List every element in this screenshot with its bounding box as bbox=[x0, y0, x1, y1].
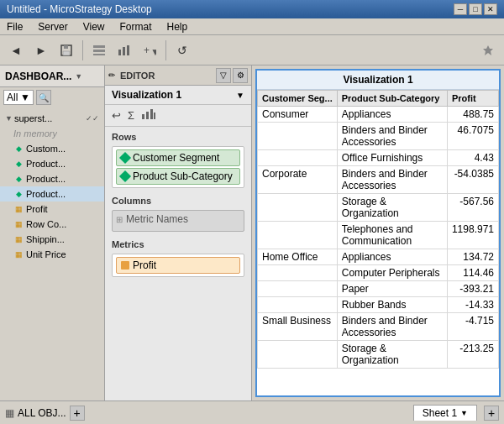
product-cell: Computer Peripherals bbox=[337, 265, 447, 281]
status-label: ALL OBJ... bbox=[18, 407, 66, 419]
profit-cell: 46.7075 bbox=[447, 123, 498, 150]
columns-drop-zone[interactable]: ⊞ Metric Names bbox=[112, 210, 244, 232]
search-filter-label: All bbox=[7, 92, 18, 103]
table-row: Small Business Binders and Binder Access… bbox=[258, 313, 499, 341]
profit-cell: -213.25 bbox=[447, 341, 498, 369]
rows-section-label: Rows bbox=[105, 127, 251, 144]
product-sub-category-chip[interactable]: Product Sub-Category bbox=[116, 168, 240, 185]
product-cell: Office Furnishings bbox=[337, 150, 447, 166]
chart-button[interactable] bbox=[113, 39, 135, 61]
pin-button[interactable] bbox=[477, 39, 499, 61]
chip-diamond-icon-2 bbox=[119, 170, 131, 182]
tree-item-product3[interactable]: ◆ Product... bbox=[0, 186, 104, 202]
tree-item-product1[interactable]: ◆ Product... bbox=[0, 156, 104, 171]
tree-section: ▼ superst... ✓✓ In memory ◆ Custom... ◆ … bbox=[0, 107, 104, 265]
segment-cell bbox=[258, 341, 338, 369]
profit-cell: -54.0385 bbox=[447, 166, 498, 194]
tree-item-label-rowco: Row Co... bbox=[26, 219, 66, 229]
toolbar-separator-1 bbox=[82, 40, 83, 60]
segment-cell: Corporate bbox=[258, 166, 338, 194]
search-button[interactable]: 🔍 bbox=[36, 90, 51, 105]
editor-tab-label[interactable]: EDITOR bbox=[120, 71, 155, 81]
editor-settings-button[interactable]: ⚙ bbox=[233, 68, 248, 83]
minimize-button[interactable]: ─ bbox=[454, 3, 467, 15]
tree-item-shippin[interactable]: ▦ Shippin... bbox=[0, 232, 104, 247]
tree-root-check: ✓✓ bbox=[86, 114, 99, 123]
status-bar: ▦ ALL OBJ... + Sheet 1 ▼ + bbox=[0, 400, 504, 424]
segment-cell bbox=[258, 281, 338, 297]
svg-rect-15 bbox=[154, 113, 155, 119]
title-bar: Untitled - MicroStrategy Desktop ─ □ ✕ bbox=[0, 0, 504, 18]
dropdown-arrow-icon: ▼ bbox=[20, 92, 30, 103]
profit-chip[interactable]: Profit bbox=[116, 257, 240, 274]
maximize-button[interactable]: □ bbox=[469, 3, 482, 15]
product-cell: Rubber Bands bbox=[337, 297, 447, 313]
sigma-button[interactable]: Σ bbox=[128, 109, 134, 122]
tree-item-customer[interactable]: ◆ Custom... bbox=[0, 141, 104, 156]
editor-pencil-icon: ✏ bbox=[108, 71, 115, 80]
metrics-section-label: Metrics bbox=[105, 234, 251, 251]
profit-cell: 114.46 bbox=[447, 265, 498, 281]
svg-rect-5 bbox=[93, 54, 105, 55]
undo-button[interactable]: ↩ bbox=[112, 109, 121, 122]
panel-collapse-arrow[interactable]: ▼ bbox=[75, 72, 82, 81]
add-object-button[interactable]: + bbox=[70, 406, 85, 421]
svg-rect-12 bbox=[142, 114, 144, 119]
svg-rect-7 bbox=[118, 50, 121, 55]
table-row: Corporate Binders and Binder Accessories… bbox=[258, 166, 499, 194]
svg-rect-2 bbox=[63, 51, 70, 55]
viz-dropdown-arrow[interactable]: ▼ bbox=[236, 91, 244, 100]
tree-item-label-product2: Product... bbox=[26, 174, 66, 184]
panel-header: DASHBOAR... ▼ bbox=[0, 65, 104, 87]
svg-rect-4 bbox=[93, 50, 105, 52]
editor-filter-button[interactable]: ▽ bbox=[216, 68, 231, 83]
refresh-button[interactable]: ↺ bbox=[171, 39, 193, 61]
customer-segment-chip[interactable]: Customer Segment bbox=[116, 149, 240, 166]
chip-label-profit: Profit bbox=[133, 259, 156, 271]
tree-item-profit[interactable]: ▦ Profit bbox=[0, 202, 104, 217]
tree-item-product2[interactable]: ◆ Product... bbox=[0, 171, 104, 186]
chip-label-product: Product Sub-Category bbox=[133, 170, 233, 182]
menu-help[interactable]: Help bbox=[164, 19, 192, 34]
close-button[interactable]: ✕ bbox=[484, 3, 497, 15]
segment-cell bbox=[258, 123, 338, 150]
tree-item-label-customer: Custom... bbox=[26, 144, 66, 154]
add-button[interactable]: +▼ bbox=[139, 39, 160, 61]
add-sheet-button[interactable]: + bbox=[484, 406, 499, 421]
status-grid-icon: ▦ bbox=[5, 407, 14, 419]
diamond-icon: ◆ bbox=[13, 159, 24, 169]
table-icon: ▦ bbox=[13, 234, 24, 244]
tree-root-item[interactable]: ▼ superst... ✓✓ bbox=[0, 111, 104, 126]
table-row: Office Furnishings 4.43 bbox=[258, 150, 499, 166]
window-controls[interactable]: ─ □ ✕ bbox=[454, 3, 497, 15]
profit-cell: -393.21 bbox=[447, 281, 498, 297]
menu-format[interactable]: Format bbox=[116, 19, 155, 34]
table-row: Binders and Binder Accessories 46.7075 bbox=[258, 123, 499, 150]
table-row: Rubber Bands -14.33 bbox=[258, 297, 499, 313]
metrics-drop-zone[interactable]: Profit bbox=[112, 254, 244, 277]
save-button[interactable] bbox=[55, 39, 77, 61]
menu-server[interactable]: Server bbox=[34, 19, 71, 34]
chip-diamond-icon bbox=[119, 152, 131, 164]
forward-button[interactable]: ► bbox=[30, 39, 52, 61]
search-filter-dropdown[interactable]: All ▼ bbox=[3, 90, 34, 105]
status-left: ▦ ALL OBJ... + bbox=[5, 406, 85, 421]
menu-view[interactable]: View bbox=[80, 19, 108, 34]
tree-item-rowco[interactable]: ▦ Row Co... bbox=[0, 217, 104, 232]
product-cell: Storage & Organization bbox=[337, 194, 447, 222]
panel-title: DASHBOAR... bbox=[5, 71, 71, 82]
segment-cell bbox=[258, 222, 338, 249]
col-header-segment: Customer Seg... bbox=[258, 91, 338, 107]
tree-item-unitprice[interactable]: ▦ Unit Price bbox=[0, 247, 104, 262]
main-area: DASHBOAR... ▼ All ▼ 🔍 ▼ superst... ✓✓ In… bbox=[0, 65, 504, 400]
segment-cell bbox=[258, 265, 338, 281]
visualization-table: Customer Seg... Product Sub-Category Pro… bbox=[257, 90, 499, 369]
chart-type-button[interactable] bbox=[141, 108, 156, 123]
back-button[interactable]: ◄ bbox=[5, 39, 27, 61]
data-button[interactable]: ▼ bbox=[88, 39, 110, 61]
viz-name-header: Visualization 1 ▼ bbox=[105, 86, 251, 105]
rows-drop-zone[interactable]: Customer Segment Product Sub-Category bbox=[112, 146, 244, 188]
sheet-tab-1[interactable]: Sheet 1 ▼ bbox=[413, 405, 477, 421]
viz-name-label: Visualization 1 bbox=[112, 89, 181, 101]
menu-file[interactable]: File bbox=[3, 19, 26, 34]
